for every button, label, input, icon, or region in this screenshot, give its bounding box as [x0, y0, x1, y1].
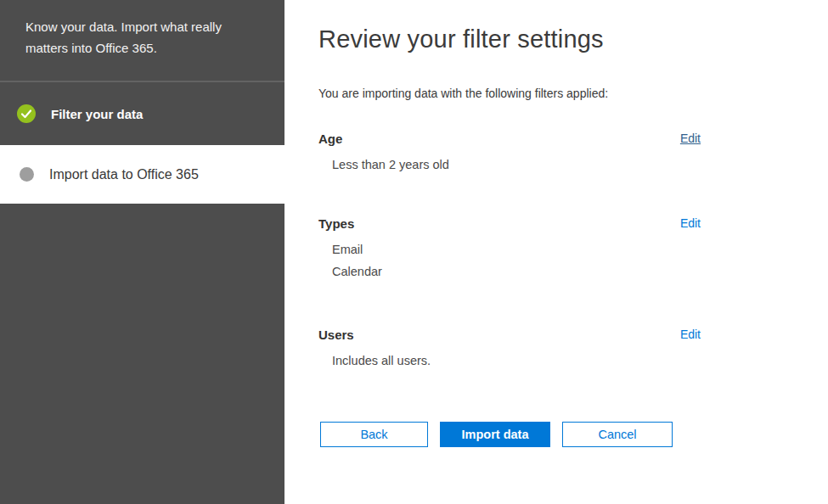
step-pending-circle-icon — [20, 167, 34, 182]
filter-name-types: Types — [318, 216, 354, 231]
sidebar-intro-text: Know your data. Import what really matte… — [0, 0, 284, 59]
main-content: Review your filter settings You are impo… — [284, 0, 828, 504]
wizard-button-row: Back Import data Cancel — [320, 422, 673, 447]
filter-value-age: Less than 2 years old — [332, 154, 701, 176]
sidebar-step-filter-your-data[interactable]: Filter your data — [0, 82, 284, 145]
sidebar-step-import-data[interactable]: Import data to Office 365 — [0, 145, 284, 204]
back-button[interactable]: Back — [320, 422, 428, 447]
filter-section-age: Age Edit Less than 2 years old — [318, 132, 701, 176]
edit-users-link[interactable]: Edit — [680, 328, 701, 341]
step-label-import-data: Import data to Office 365 — [49, 167, 199, 182]
filter-value-types-calendar: Calendar — [332, 260, 701, 283]
filter-name-users: Users — [318, 328, 354, 342]
cancel-button[interactable]: Cancel — [562, 422, 673, 447]
edit-age-link[interactable]: Edit — [680, 132, 701, 145]
filter-section-types: Types Edit Email Calendar — [318, 216, 701, 283]
import-data-button[interactable]: Import data — [440, 422, 550, 447]
page-title: Review your filter settings — [318, 25, 604, 53]
filter-value-types-email: Email — [332, 238, 701, 260]
step-completed-check-icon — [17, 104, 36, 123]
filter-section-users: Users Edit Includes all users. — [318, 328, 701, 372]
filter-name-age: Age — [318, 132, 342, 146]
wizard-sidebar: Know your data. Import what really matte… — [0, 0, 284, 504]
page-subtitle: You are importing data with the followin… — [318, 87, 608, 100]
edit-types-link[interactable]: Edit — [680, 216, 701, 230]
step-label-filter-your-data: Filter your data — [51, 107, 143, 121]
import-wizard-window: Know your data. Import what really matte… — [0, 0, 828, 504]
filter-value-users: Includes all users. — [332, 350, 701, 372]
